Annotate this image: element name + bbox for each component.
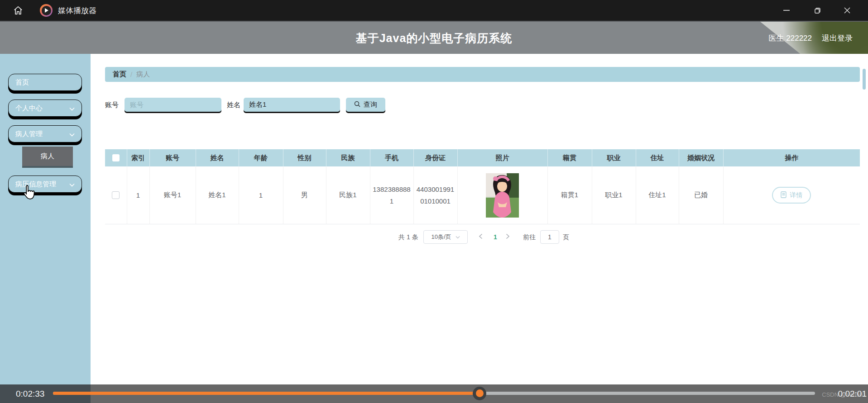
- sidebar-item-home[interactable]: 首页: [8, 74, 82, 91]
- table-header-row: 索引 账号 姓名 年龄 性别 民族 手机 身份证 照片 籍贯 职业 住址 婚姻状…: [105, 149, 860, 166]
- cell-name: 姓名1: [196, 166, 239, 224]
- column-header-account: 账号: [149, 149, 196, 166]
- app-header: 基于Java的小型电子病历系统 医生 222222 退出登录: [0, 21, 868, 54]
- cell-phone: 13823888881: [370, 166, 413, 224]
- current-time-label: 0:02:33: [16, 389, 44, 399]
- column-header-gender: 性别: [283, 149, 326, 166]
- detail-button[interactable]: 详情: [772, 187, 811, 204]
- os-titlebar: 媒体播放器: [0, 0, 868, 21]
- name-field-label: 姓名: [227, 98, 240, 112]
- page-unit-label: 页: [563, 230, 569, 244]
- media-player-window: 媒体播放器 基于Java的小型电子病历系统 医生 222222 退出登录 首页 …: [0, 0, 868, 403]
- page-title: 基于Java的小型电子病历系统: [356, 30, 513, 45]
- column-header-address: 住址: [636, 149, 679, 166]
- cell-actions: 详情: [723, 166, 860, 224]
- breadcrumb-separator: /: [130, 71, 132, 78]
- main-content: 首页 / 病人 账号 姓名 查询: [91, 54, 868, 384]
- column-header-idcard: 身份证: [413, 149, 457, 166]
- column-header-occupation: 职业: [592, 149, 636, 166]
- window-title: 媒体播放器: [58, 5, 96, 16]
- chevron-down-icon: [69, 104, 75, 112]
- breadcrumb-current: 病人: [136, 70, 150, 79]
- cell-native: 籍贯1: [547, 166, 592, 224]
- home-icon[interactable]: [6, 0, 30, 21]
- table-row: 1 账号1 姓名1 1 男 民族1 13823888881 4403001991…: [105, 166, 860, 224]
- goto-page-input[interactable]: [540, 230, 559, 244]
- cell-occupation: 职业1: [592, 166, 636, 224]
- prev-page-button[interactable]: [475, 230, 486, 244]
- column-header-photo: 照片: [457, 149, 547, 166]
- column-header-native: 籍贯: [547, 149, 592, 166]
- restore-button[interactable]: [807, 0, 828, 21]
- next-page-button[interactable]: [502, 230, 513, 244]
- current-page-number[interactable]: 1: [490, 230, 501, 244]
- cell-address: 住址1: [636, 166, 679, 224]
- logged-in-user-label: 医生 222222: [769, 33, 812, 43]
- play-icon: [45, 8, 48, 13]
- column-header-index: 索引: [127, 149, 149, 166]
- pagination-total: 共 1 条: [398, 230, 418, 244]
- query-button[interactable]: 查询: [346, 98, 385, 112]
- breadcrumb-home-link[interactable]: 首页: [113, 70, 126, 79]
- search-icon: [354, 101, 360, 109]
- document-icon: [781, 191, 786, 199]
- seek-handle[interactable]: [473, 387, 486, 400]
- patient-table: 索引 账号 姓名 年龄 性别 民族 手机 身份证 照片 籍贯 职业 住址 婚姻状…: [105, 149, 860, 224]
- account-field-label: 账号: [105, 98, 119, 112]
- cell-index: 1: [127, 166, 149, 224]
- column-header-ethnicity: 民族: [326, 149, 370, 166]
- select-all-checkbox[interactable]: [112, 154, 120, 161]
- cell-idcard: 440300199101010001: [413, 166, 457, 224]
- media-player-app-icon: [40, 4, 53, 17]
- chevron-down-icon: [456, 230, 460, 244]
- cell-marital: 已婚: [679, 166, 723, 224]
- sidebar: 首页 个人中心 病人管理 病人 病历信息管理: [0, 54, 91, 403]
- sidebar-item-personal-center[interactable]: 个人中心: [8, 100, 82, 117]
- end-time-label: 0:02:01: [838, 389, 867, 399]
- cell-gender: 男: [283, 166, 326, 224]
- minimize-button[interactable]: [776, 0, 797, 21]
- cell-age: 1: [239, 166, 283, 224]
- chevron-down-icon: [69, 180, 75, 188]
- name-input[interactable]: [244, 98, 340, 112]
- sidebar-item-record-management[interactable]: 病历信息管理: [8, 175, 82, 193]
- progress-fill: [53, 392, 480, 395]
- scrollbar-thumb[interactable]: [863, 69, 866, 90]
- cell-photo: [457, 166, 547, 224]
- sidebar-subitem-patient[interactable]: 病人: [22, 147, 73, 166]
- goto-page-label: 前往: [523, 230, 536, 244]
- player-control-bar: 0:02:33 CSDN @Ved501 0:02:01: [0, 384, 868, 403]
- column-header-name: 姓名: [196, 149, 239, 166]
- row-checkbox[interactable]: [112, 191, 120, 199]
- chevron-down-icon: [69, 130, 75, 138]
- column-header-actions: 操作: [723, 149, 860, 166]
- breadcrumb: 首页 / 病人: [105, 67, 860, 82]
- sidebar-item-patient-management[interactable]: 病人管理: [8, 125, 82, 142]
- patient-photo: [486, 173, 519, 218]
- seek-bar[interactable]: [53, 392, 815, 395]
- account-input[interactable]: [125, 98, 221, 112]
- page-size-select[interactable]: 10条/页: [423, 230, 468, 244]
- cell-account: 账号1: [149, 166, 196, 224]
- column-header-age: 年龄: [239, 149, 283, 166]
- cell-ethnicity: 民族1: [326, 166, 370, 224]
- column-header-phone: 手机: [370, 149, 413, 166]
- column-header-marital: 婚姻状况: [679, 149, 723, 166]
- logout-button[interactable]: 退出登录: [822, 33, 853, 43]
- close-icon[interactable]: [837, 0, 858, 21]
